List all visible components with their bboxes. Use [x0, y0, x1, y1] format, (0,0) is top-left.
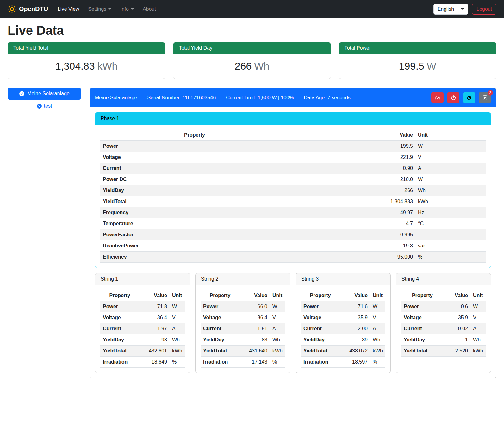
property-value: 210.0	[289, 174, 415, 185]
table-row: YieldTotal432.601kWh	[100, 346, 185, 357]
property-name: YieldTotal	[401, 346, 444, 357]
cpu-icon	[466, 95, 472, 101]
sidebar-item-inverter[interactable]: Meine Solaranlage	[8, 88, 81, 100]
property-name: ReactivePower	[100, 240, 289, 252]
language-select[interactable]: English	[433, 4, 468, 15]
nav-about[interactable]: About	[138, 4, 160, 15]
string-table: Property Value Unit Power66.0WVoltage36.…	[201, 290, 285, 368]
property-unit: V	[415, 152, 486, 163]
table-row: YieldTotal431.640kWh	[201, 346, 285, 357]
property-name: Power	[301, 301, 340, 312]
property-value: 1.81	[240, 323, 270, 334]
table-header-row: Property Value Unit	[100, 290, 185, 301]
nav-info-label: Info	[120, 6, 129, 12]
property-unit: A	[170, 323, 185, 334]
inverter-panel-header: Meine Solaranlage Serial Number: 1161716…	[90, 88, 496, 107]
table-row: Power DC210.0W	[100, 174, 486, 185]
property-unit: A	[470, 323, 486, 334]
property-name: YieldDay	[301, 334, 340, 346]
property-unit: kWh	[170, 346, 185, 357]
property-unit: Hz	[415, 207, 486, 218]
power-button[interactable]	[447, 92, 459, 103]
table-row: Voltage36.4V	[100, 312, 185, 323]
property-unit: W	[370, 301, 385, 312]
brand-label: OpenDTU	[19, 5, 48, 13]
property-name: Current	[301, 323, 340, 334]
table-row: YieldDay93Wh	[100, 334, 185, 346]
summary-card-total-yield-day: Total Yield Day 266Wh	[173, 42, 331, 79]
table-header-row: Property Value Unit	[100, 130, 486, 141]
string-card-title: String 1	[95, 273, 190, 285]
journal-icon	[482, 95, 488, 101]
brand[interactable]: OpenDTU	[8, 5, 48, 14]
table-row: YieldDay1Wh	[401, 334, 486, 346]
table-row: Voltage35.9V	[301, 312, 385, 323]
table-row: Current1.81A	[201, 323, 285, 334]
property-unit: V	[470, 312, 486, 323]
property-value: 221.9	[289, 152, 415, 163]
property-unit: V	[370, 312, 385, 323]
x-circle-icon	[37, 103, 42, 109]
summary-card-total-power: Total Power 199.5W	[339, 42, 496, 79]
string-card-title: String 3	[296, 273, 390, 285]
sidebar-item-test[interactable]: test	[8, 103, 81, 109]
nav-live-view[interactable]: Live View	[53, 4, 84, 15]
property-value: 1	[444, 334, 470, 346]
table-row: Voltage35.9V	[401, 312, 486, 323]
summary-value: 266	[235, 60, 252, 72]
column-header-value: Value	[240, 290, 270, 301]
table-row: Irradiation18.649%	[100, 357, 185, 368]
string-card-title: String 4	[396, 273, 491, 285]
property-unit: Wh	[270, 334, 285, 346]
property-value: 35.9	[444, 312, 470, 323]
column-header-unit: Unit	[470, 290, 486, 301]
nav-settings[interactable]: Settings	[84, 4, 116, 15]
property-value: 431.640	[240, 346, 270, 357]
column-header-property: Property	[100, 290, 139, 301]
string-card: String 1 Property Value Unit Power71.8WV…	[95, 273, 190, 373]
phase-table: Property Value Unit Power199.5WVoltage22…	[100, 130, 486, 263]
chevron-down-icon	[108, 8, 111, 10]
inverter-serial: Serial Number: 116171603546	[147, 95, 216, 101]
property-value: 71.8	[139, 301, 170, 312]
string-card-body: Property Value Unit Power71.8WVoltage36.…	[95, 285, 190, 373]
summary-card-header: Total Power	[339, 42, 496, 54]
table-row: Irradiation17.143%	[201, 357, 285, 368]
property-value: 432.601	[139, 346, 170, 357]
property-name: Efficiency	[100, 252, 289, 263]
property-name: Current	[100, 163, 289, 174]
property-value: 0.02	[444, 323, 470, 334]
property-value: 83	[240, 334, 270, 346]
summary-card-header: Total Yield Day	[173, 42, 330, 54]
property-unit: W	[415, 174, 486, 185]
check-circle-icon	[19, 91, 25, 97]
limit-settings-button[interactable]	[431, 92, 444, 103]
property-name: Voltage	[100, 312, 139, 323]
table-row: Voltage36.4V	[201, 312, 285, 323]
property-unit: Wh	[170, 334, 185, 346]
property-name: Irradiation	[301, 357, 340, 368]
property-value: 17.143	[240, 357, 270, 368]
table-row: Efficiency95.000%	[100, 252, 486, 263]
page-title: Live Data	[8, 23, 496, 38]
device-info-button[interactable]	[463, 92, 475, 103]
column-header-value: Value	[289, 130, 415, 141]
sun-logo-icon	[8, 5, 16, 14]
nav-info[interactable]: Info	[116, 4, 138, 15]
property-name: Irradiation	[201, 357, 240, 368]
nav-settings-label: Settings	[88, 6, 106, 12]
nav-links: Live View Settings Info About	[53, 4, 160, 15]
speedometer-icon	[435, 95, 440, 101]
summary-unit: kWh	[97, 60, 117, 72]
property-name: Power	[401, 301, 444, 312]
property-value: 18.649	[139, 357, 170, 368]
table-row: YieldTotal438.072kWh	[301, 346, 385, 357]
property-unit: kWh	[470, 346, 486, 357]
string-card-body: Property Value Unit Power0.6WVoltage35.9…	[396, 285, 491, 362]
sidebar-item-label: test	[44, 103, 52, 109]
logout-button[interactable]: Logout	[472, 4, 496, 15]
property-unit: A	[270, 323, 285, 334]
property-value: 0.995	[289, 229, 415, 240]
property-value: 93	[139, 334, 170, 346]
event-log-button[interactable]: 2	[479, 92, 491, 103]
